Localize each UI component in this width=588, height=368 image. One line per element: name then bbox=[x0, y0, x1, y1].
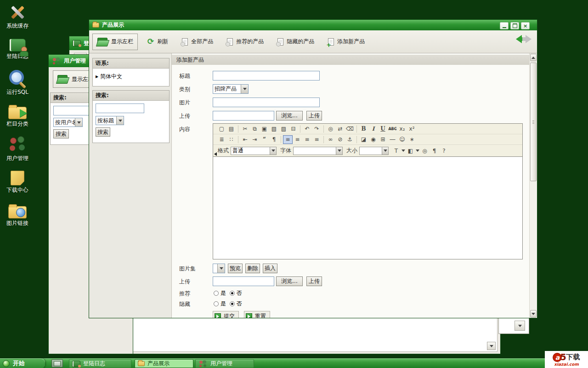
form-scrollbar[interactable] bbox=[529, 53, 537, 318]
browse-button[interactable]: 浏览... bbox=[276, 111, 303, 121]
doc-preview-icon[interactable]: ◎ bbox=[420, 146, 430, 155]
desktop-icon-download-center[interactable]: 下载中心 bbox=[2, 169, 33, 201]
size-select[interactable] bbox=[359, 147, 389, 155]
table-icon[interactable]: ⊞ bbox=[378, 135, 388, 144]
bold-icon[interactable]: B bbox=[359, 125, 368, 133]
recommend-yes-radio[interactable] bbox=[214, 291, 219, 296]
replace-icon[interactable]: ⇄ bbox=[335, 125, 345, 133]
help-icon[interactable]: ? bbox=[439, 146, 449, 155]
bg-color-icon[interactable]: ◧ bbox=[406, 146, 415, 155]
blockquote-icon[interactable]: “ bbox=[260, 135, 269, 144]
submit-button[interactable]: 提交 bbox=[213, 311, 239, 318]
restore-button[interactable] bbox=[510, 22, 519, 29]
div-container-icon[interactable]: ¶ bbox=[269, 135, 279, 144]
smiley-icon[interactable]: ☺ bbox=[397, 135, 407, 144]
paste-word-icon[interactable]: ▨ bbox=[279, 125, 288, 133]
desktop-icon-user-management[interactable]: 用户管理 bbox=[2, 136, 33, 167]
minimize-button[interactable] bbox=[500, 22, 509, 29]
undo-icon[interactable]: ↶ bbox=[302, 125, 312, 133]
scroll-down-button[interactable] bbox=[514, 321, 525, 331]
align-left-icon[interactable]: ≡ bbox=[283, 135, 293, 144]
image-input[interactable] bbox=[213, 98, 320, 107]
recommended-products-button[interactable]: 推荐的产品 bbox=[223, 34, 268, 49]
superscript-icon[interactable]: x² bbox=[407, 125, 417, 133]
gallery-select[interactable] bbox=[213, 264, 225, 273]
strikethrough-icon[interactable]: ABC bbox=[388, 125, 397, 133]
scroll-down-button[interactable] bbox=[487, 342, 496, 350]
special-char-icon[interactable]: ∗ bbox=[407, 135, 417, 144]
task-product-display[interactable]: 产品展示 bbox=[135, 359, 193, 368]
erase-icon[interactable]: ⌫ bbox=[345, 125, 355, 133]
show-desktop-button[interactable] bbox=[51, 359, 63, 368]
print-icon[interactable]: ⊟ bbox=[288, 125, 298, 133]
cut-icon[interactable]: ✂ bbox=[240, 125, 250, 133]
unordered-list-icon[interactable]: ∷ bbox=[226, 135, 236, 144]
align-center-icon[interactable]: ≡ bbox=[293, 135, 302, 144]
gallery-preview-button[interactable]: 预览 bbox=[228, 264, 243, 273]
gallery-insert-button[interactable]: 插入 bbox=[263, 264, 277, 273]
chevron-down-icon[interactable] bbox=[401, 146, 406, 155]
scroll-down-button[interactable] bbox=[530, 310, 537, 317]
link-icon[interactable]: ∞ bbox=[326, 135, 335, 144]
desktop-icon-system-cache[interactable]: 系统缓存 bbox=[2, 4, 33, 35]
show-left-pane-button[interactable]: 显示左栏 bbox=[92, 34, 138, 50]
outdent-icon[interactable]: ⇤ bbox=[240, 135, 250, 144]
product-display-titlebar[interactable]: 产品展示 bbox=[89, 20, 537, 30]
horizontal-rule-icon[interactable]: ― bbox=[388, 135, 397, 144]
upload-file-input[interactable] bbox=[213, 111, 274, 121]
task-user-management[interactable]: 用户管理 bbox=[195, 359, 254, 368]
user-search-by-select[interactable]: 按用户名 bbox=[53, 118, 83, 127]
upload-button[interactable]: 上传 bbox=[306, 111, 322, 121]
start-button[interactable]: 开始 bbox=[0, 358, 45, 368]
show-blocks-icon[interactable]: ¶ bbox=[430, 146, 439, 155]
add-new-product-button[interactable]: 添加新产品 bbox=[324, 34, 369, 49]
upload2-button[interactable]: 上传 bbox=[306, 276, 322, 286]
desktop-icon-image-links[interactable]: 图片链接 bbox=[2, 202, 33, 234]
unlink-icon[interactable]: ⊘ bbox=[335, 135, 345, 144]
back-arrow-icon[interactable] bbox=[516, 35, 522, 43]
hidden-no-radio[interactable] bbox=[230, 301, 235, 306]
ordered-list-icon[interactable]: ≣ bbox=[217, 135, 226, 144]
browse2-button[interactable]: 浏览... bbox=[276, 276, 303, 286]
align-right-icon[interactable]: ≡ bbox=[302, 135, 312, 144]
category-select[interactable]: 招牌产品 bbox=[213, 84, 249, 94]
copy-icon[interactable]: ⧉ bbox=[250, 125, 260, 133]
indent-icon[interactable]: ⇥ bbox=[250, 135, 260, 144]
chevron-down-icon[interactable] bbox=[415, 146, 420, 155]
paste-text-icon[interactable]: ▧ bbox=[269, 125, 279, 133]
text-color-icon[interactable]: T bbox=[391, 146, 401, 155]
subscript-icon[interactable]: x₂ bbox=[397, 125, 407, 133]
scroll-up-button[interactable] bbox=[530, 54, 537, 61]
flash-icon[interactable]: ◉ bbox=[368, 135, 378, 144]
upload2-file-input[interactable] bbox=[213, 276, 274, 286]
task-login-log[interactable]: 登陆日志 bbox=[69, 359, 131, 368]
language-item[interactable]: 简体中文 bbox=[100, 73, 122, 80]
redo-icon[interactable]: ↷ bbox=[312, 125, 322, 133]
title-input[interactable] bbox=[213, 71, 320, 80]
sidebar-search-by-select[interactable]: 按标题 bbox=[96, 116, 124, 125]
desktop-icon-run-sql[interactable]: 运行SQL bbox=[2, 70, 33, 101]
editor-content-area[interactable] bbox=[213, 156, 522, 259]
close-button[interactable]: × bbox=[521, 22, 530, 29]
find-icon[interactable]: ◎ bbox=[326, 125, 335, 133]
toolbar-collapse-icon[interactable] bbox=[214, 152, 217, 156]
recommend-no-radio[interactable] bbox=[230, 291, 235, 296]
refresh-button[interactable]: ⟳刷新 bbox=[143, 34, 172, 49]
font-select[interactable] bbox=[293, 147, 343, 155]
user-search-button[interactable]: 搜索 bbox=[53, 129, 69, 138]
paste-icon[interactable]: ▣ bbox=[260, 125, 269, 133]
desktop-icon-column-category[interactable]: 栏目分类 bbox=[2, 103, 33, 134]
desktop-icon-login-log[interactable]: 登陆日志 bbox=[2, 37, 33, 68]
image-icon[interactable]: ◪ bbox=[359, 135, 368, 144]
source-icon[interactable]: ▢ bbox=[217, 125, 226, 133]
format-select[interactable]: 普通 bbox=[231, 147, 277, 155]
sidebar-search-button[interactable]: 搜索 bbox=[96, 127, 110, 137]
italic-icon[interactable]: I bbox=[368, 125, 378, 133]
anchor-icon[interactable]: ⚓ bbox=[345, 135, 355, 144]
underline-icon[interactable]: U bbox=[378, 125, 388, 133]
reset-button[interactable]: 重置 bbox=[244, 311, 270, 318]
scrollbar-thumb[interactable] bbox=[530, 63, 537, 181]
preview-icon[interactable]: ▤ bbox=[226, 125, 236, 133]
hidden-products-button[interactable]: 隐藏的产品 bbox=[273, 34, 318, 49]
all-products-button[interactable]: 全部产品 bbox=[178, 34, 217, 49]
